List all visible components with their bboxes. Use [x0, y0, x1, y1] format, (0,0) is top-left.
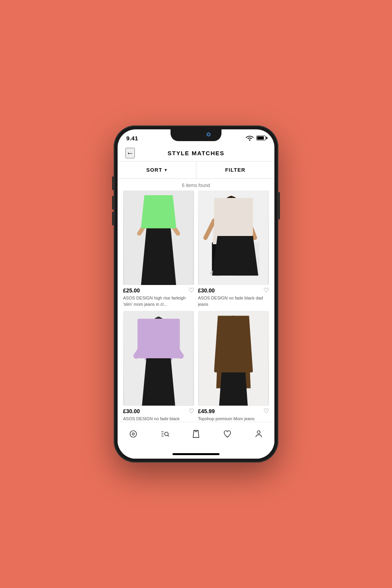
wishlist-button[interactable]: ♡: [263, 287, 269, 294]
svg-line-38: [168, 435, 169, 436]
sort-chevron: ▾: [165, 168, 167, 172]
product-price: £45.99: [198, 408, 215, 414]
status-time: 9.41: [126, 135, 138, 142]
filter-label: FILTER: [225, 167, 245, 173]
phone-notch: [171, 129, 221, 141]
svg-point-21: [158, 395, 171, 401]
svg-rect-10: [212, 242, 221, 272]
product-image: [123, 191, 194, 285]
home-bar: [172, 453, 220, 455]
bottom-nav: [118, 422, 274, 449]
page-title: STYLE MATCHES: [167, 150, 224, 156]
nav-item-profile[interactable]: [249, 426, 269, 441]
svg-point-31: [226, 318, 241, 335]
status-icons: [245, 134, 266, 142]
product-image: [198, 191, 269, 285]
circle-icon: [129, 430, 138, 438]
svg-point-13: [243, 250, 255, 256]
figure-svg: [123, 191, 194, 285]
svg-line-24: [171, 342, 181, 356]
svg-rect-19: [160, 358, 169, 397]
svg-rect-8: [199, 191, 268, 285]
product-card[interactable]: £25.00 ♡ ASOS DESIGN high rise farleigh …: [123, 191, 194, 307]
product-figure-2: [198, 191, 269, 285]
wishlist-button[interactable]: ♡: [189, 408, 194, 414]
product-name: Topshop premium Mom jeans: [198, 416, 269, 422]
svg-point-22: [151, 319, 166, 336]
product-name: ASOS DESIGN high rise farleigh 'slim' mo…: [123, 295, 194, 307]
figure-svg: [198, 191, 269, 285]
product-price: £30.00: [198, 287, 215, 294]
svg-rect-28: [221, 390, 234, 399]
products-grid: £25.00 ♡ ASOS DESIGN high rise farleigh …: [118, 191, 274, 422]
svg-rect-0: [124, 191, 193, 285]
svg-rect-30: [228, 335, 238, 387]
home-indicator: [118, 449, 274, 459]
nav-item-wishlist[interactable]: [218, 426, 237, 441]
product-card[interactable]: £30.00 ♡ ASOS DESIGN no fade black dad j…: [198, 191, 269, 307]
svg-point-39: [257, 430, 260, 433]
svg-rect-2: [160, 238, 171, 277]
svg-rect-25: [199, 311, 268, 405]
svg-rect-27: [235, 358, 244, 397]
svg-point-37: [165, 432, 168, 436]
product-price: £25.00: [123, 287, 140, 294]
svg-point-14: [223, 197, 239, 214]
filter-button[interactable]: FILTER: [196, 162, 275, 178]
svg-point-3: [145, 274, 159, 279]
svg-rect-18: [148, 358, 157, 397]
bag-icon: [192, 430, 200, 438]
sort-button[interactable]: SORT ▾: [118, 162, 196, 178]
product-image: [123, 311, 194, 405]
product-name: ASOS DESIGN no fade black dad jeans: [198, 295, 269, 307]
product-card[interactable]: £45.99 ♡ Topshop premium Mom jeans: [198, 311, 269, 422]
svg-rect-1: [147, 238, 158, 277]
nav-item-bag[interactable]: [186, 426, 206, 441]
nav-item-search[interactable]: [155, 426, 174, 441]
svg-rect-11: [234, 224, 251, 252]
figure-svg: [198, 311, 269, 405]
back-button[interactable]: ←: [125, 148, 135, 158]
heart-nav-icon: [223, 430, 232, 438]
svg-point-32: [130, 430, 137, 437]
svg-point-5: [151, 198, 166, 217]
svg-rect-26: [223, 358, 232, 397]
nav-item-home[interactable]: [123, 426, 143, 441]
products-scroll[interactable]: £25.00 ♡ ASOS DESIGN high rise farleigh …: [118, 191, 274, 422]
phone-screen: 9.41 ← STYLE MATCHES SORT ▾: [118, 129, 274, 459]
product-figure-3: [123, 311, 194, 405]
battery-icon: [256, 136, 266, 140]
svg-point-33: [132, 433, 134, 435]
figure-svg: [123, 311, 194, 405]
svg-point-12: [210, 270, 223, 276]
svg-rect-9: [234, 242, 260, 277]
wifi-icon: [245, 134, 254, 142]
app-header: ← STYLE MATCHES: [118, 147, 274, 161]
items-count: 6 items found: [118, 179, 274, 191]
product-info: £25.00 ♡: [123, 285, 194, 294]
product-figure-4: [198, 311, 269, 405]
wishlist-button[interactable]: ♡: [263, 408, 269, 414]
product-name: ASOS DESIGN no fade black: [123, 416, 194, 422]
product-info: £30.00 ♡: [198, 285, 269, 294]
phone-frame: 9.41 ← STYLE MATCHES SORT ▾: [114, 125, 278, 463]
wishlist-button[interactable]: ♡: [189, 287, 194, 294]
product-price: £30.00: [123, 408, 140, 414]
product-image: [198, 311, 269, 405]
sort-label: SORT: [146, 167, 162, 173]
product-info: £30.00 ♡: [123, 406, 194, 415]
product-info: £45.99 ♡: [198, 406, 269, 415]
svg-point-20: [146, 395, 160, 401]
filter-bar: SORT ▾ FILTER: [118, 161, 274, 179]
person-icon: [254, 430, 263, 438]
search-list-icon: [160, 430, 169, 438]
svg-rect-29: [232, 390, 245, 399]
product-figure-1: [123, 191, 194, 285]
product-card[interactable]: £30.00 ♡ ASOS DESIGN no fade black: [123, 311, 194, 422]
notch-camera: [207, 132, 211, 136]
svg-line-23: [136, 342, 145, 356]
svg-point-4: [158, 274, 172, 279]
